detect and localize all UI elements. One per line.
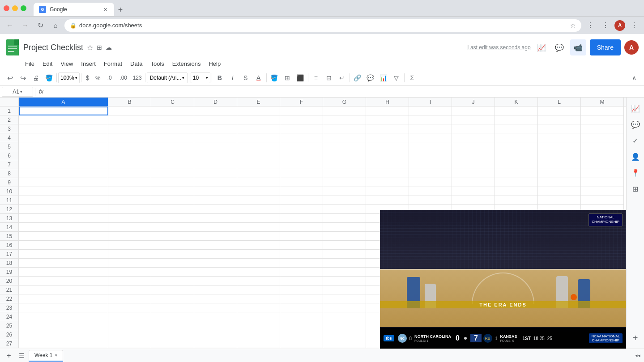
cell[interactable]: [538, 160, 581, 169]
cell[interactable]: [495, 187, 538, 196]
cell[interactable]: [323, 285, 366, 294]
cell[interactable]: [538, 196, 581, 205]
share-button[interactable]: Share: [590, 39, 621, 55]
currency-button[interactable]: $: [83, 72, 93, 84]
cell[interactable]: [19, 268, 108, 277]
cell[interactable]: [280, 223, 323, 232]
menu-view[interactable]: View: [57, 59, 77, 69]
cell[interactable]: [19, 339, 108, 348]
cell[interactable]: [19, 160, 108, 169]
cell[interactable]: [581, 178, 624, 187]
cell[interactable]: [108, 124, 151, 133]
cell[interactable]: [151, 339, 194, 348]
sheet-list-button[interactable]: ☰: [16, 350, 27, 361]
cell[interactable]: [237, 268, 280, 277]
cell[interactable]: [323, 268, 366, 277]
wrap-button[interactable]: ↵: [336, 72, 348, 84]
reload-button[interactable]: ↻: [34, 19, 47, 32]
cell[interactable]: [108, 321, 151, 330]
cell[interactable]: [19, 250, 108, 259]
percent-button[interactable]: %: [93, 72, 103, 84]
cell[interactable]: [237, 312, 280, 321]
menu-edit[interactable]: Edit: [39, 59, 56, 69]
cell[interactable]: [194, 294, 237, 303]
cell[interactable]: [280, 268, 323, 277]
cell[interactable]: [237, 330, 280, 339]
cell[interactable]: [194, 339, 237, 348]
menu-help[interactable]: Help: [205, 59, 224, 69]
cell[interactable]: [19, 241, 108, 250]
cell[interactable]: [366, 187, 409, 196]
apps-sidebar-icon[interactable]: ⊞: [628, 182, 643, 196]
cell[interactable]: [108, 142, 151, 151]
cell[interactable]: [280, 196, 323, 205]
cell[interactable]: [409, 124, 452, 133]
forward-button[interactable]: →: [19, 19, 31, 32]
cell[interactable]: [19, 277, 108, 285]
add-sidebar-button[interactable]: +: [628, 331, 643, 345]
cell[interactable]: [237, 339, 280, 348]
cell[interactable]: [538, 178, 581, 187]
cell[interactable]: [19, 142, 108, 151]
cell[interactable]: [194, 124, 237, 133]
cell[interactable]: [19, 223, 108, 232]
extensions-icon[interactable]: ⋮: [599, 19, 612, 32]
cell[interactable]: [237, 187, 280, 196]
menu-format[interactable]: Format: [100, 59, 126, 69]
cell[interactable]: [194, 250, 237, 259]
user-avatar[interactable]: A: [614, 20, 625, 31]
cell[interactable]: [280, 169, 323, 178]
cell[interactable]: [151, 268, 194, 277]
italic-button[interactable]: I: [226, 72, 239, 84]
cell[interactable]: [108, 196, 151, 205]
cell[interactable]: [108, 133, 151, 142]
merge-button[interactable]: ⬛: [294, 72, 307, 84]
cell[interactable]: [495, 178, 538, 187]
cell[interactable]: [151, 160, 194, 169]
col-header-b[interactable]: B: [108, 98, 151, 106]
bookmark-icon[interactable]: ☆: [570, 22, 576, 29]
cell[interactable]: [19, 178, 108, 187]
cell[interactable]: [19, 321, 108, 330]
cell[interactable]: [409, 187, 452, 196]
cell[interactable]: [237, 169, 280, 178]
decimal-decrease-button[interactable]: .0: [103, 72, 116, 84]
cell[interactable]: [237, 250, 280, 259]
cell[interactable]: [194, 214, 237, 223]
cell[interactable]: [151, 187, 194, 196]
cell[interactable]: [323, 205, 366, 214]
cell[interactable]: [19, 214, 108, 223]
cell[interactable]: [280, 250, 323, 259]
link-button[interactable]: 🔗: [351, 72, 364, 84]
number-format-button[interactable]: 123: [131, 72, 144, 84]
cell[interactable]: [237, 196, 280, 205]
cell[interactable]: [237, 178, 280, 187]
cell[interactable]: [366, 124, 409, 133]
minimize-traffic-light[interactable]: [12, 5, 18, 11]
cell[interactable]: [108, 259, 151, 268]
cell[interactable]: [452, 169, 495, 178]
cell[interactable]: [108, 241, 151, 250]
cell[interactable]: [323, 294, 366, 303]
cell[interactable]: [151, 250, 194, 259]
cell[interactable]: [495, 160, 538, 169]
cell[interactable]: [538, 106, 581, 115]
cell[interactable]: [280, 232, 323, 241]
cell[interactable]: [409, 106, 452, 115]
undo-button[interactable]: ↩: [4, 72, 16, 84]
cell[interactable]: [151, 196, 194, 205]
cell[interactable]: [108, 151, 151, 160]
drive-location-icon[interactable]: ⊞: [97, 44, 102, 51]
url-bar[interactable]: 🔒 docs.google.com/sheets ☆: [64, 19, 581, 32]
cell[interactable]: [495, 169, 538, 178]
cell[interactable]: [151, 169, 194, 178]
cell[interactable]: [280, 106, 323, 115]
new-tab-button[interactable]: +: [114, 4, 127, 16]
paint-format-button[interactable]: 🪣: [43, 72, 55, 84]
cell[interactable]: [323, 169, 366, 178]
cell[interactable]: [409, 115, 452, 124]
cell[interactable]: [538, 124, 581, 133]
cell[interactable]: [19, 115, 108, 124]
cell[interactable]: [108, 250, 151, 259]
col-header-g[interactable]: G: [323, 98, 366, 106]
